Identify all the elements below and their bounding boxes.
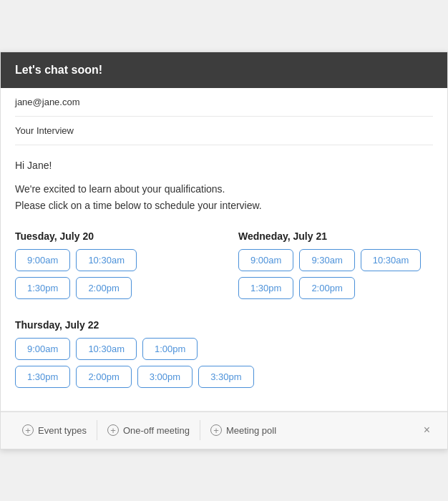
email-container: Let's chat soon! jane@jane.com Your Inte… <box>0 52 448 449</box>
email-subject: Your Interview <box>15 117 433 145</box>
one-off-meeting-plus-icon: + <box>107 424 119 436</box>
time-slot-thu-100[interactable]: 1:00pm <box>142 338 198 360</box>
time-slot-tue-1030[interactable]: 10:30am <box>76 249 137 271</box>
email-header: Let's chat soon! <box>1 52 447 88</box>
date-section-wednesday: Wedneday, July 21 9:00am 9:30am 10:30am … <box>238 230 433 305</box>
footer-bar: + Event types + One-off meeting + Meetin… <box>1 412 447 449</box>
event-types-button[interactable]: + Event types <box>12 412 97 449</box>
time-slot-tue-900[interactable]: 9:00am <box>15 249 70 271</box>
email-greeting: Hi Jane! <box>15 160 433 171</box>
time-slots-wed-row2: 1:30pm 2:00pm <box>238 277 433 299</box>
meeting-poll-plus-icon: + <box>210 424 222 436</box>
time-slot-wed-130[interactable]: 1:30pm <box>238 277 293 299</box>
date-label-wednesday: Wedneday, July 21 <box>238 230 433 242</box>
time-slot-wed-930[interactable]: 9:30am <box>299 249 354 271</box>
event-types-label: Event types <box>38 425 87 436</box>
email-body-text: We're excited to learn about your qualif… <box>15 181 433 213</box>
time-slots-wed-row1: 9:00am 9:30am 10:30am <box>238 249 433 271</box>
time-slot-wed-900[interactable]: 9:00am <box>238 249 293 271</box>
one-off-meeting-button[interactable]: + One-off meeting <box>97 412 200 449</box>
email-header-title: Let's chat soon! <box>15 64 102 76</box>
time-slot-thu-300[interactable]: 3:00pm <box>137 366 193 388</box>
one-off-meeting-label: One-off meeting <box>123 425 190 436</box>
time-slot-tue-130[interactable]: 1:30pm <box>15 277 70 299</box>
email-from: jane@jane.com <box>15 88 433 117</box>
time-slots-tuesday-row1: 9:00am 10:30am <box>15 249 210 271</box>
meeting-poll-label: Meeting poll <box>226 425 276 436</box>
body-line1: We're excited to learn about your qualif… <box>15 183 225 195</box>
date-label-thursday: Thursday, July 22 <box>15 319 433 331</box>
time-slots-tuesday-row2: 1:30pm 2:00pm <box>15 277 210 299</box>
event-types-plus-icon: + <box>22 424 34 436</box>
time-slot-thu-200[interactable]: 2:00pm <box>76 366 131 388</box>
date-section-tuesday: Tuesday, July 20 9:00am 10:30am 1:30pm 2… <box>15 230 210 305</box>
time-slots-thu-row1: 9:00am 10:30am 1:00pm <box>15 338 433 360</box>
close-button[interactable]: × <box>418 421 436 439</box>
time-slot-thu-130[interactable]: 1:30pm <box>15 366 70 388</box>
time-slot-thu-900[interactable]: 9:00am <box>15 338 70 360</box>
time-slot-wed-200[interactable]: 2:00pm <box>299 277 354 299</box>
dates-grid-top: Tuesday, July 20 9:00am 10:30am 1:30pm 2… <box>15 230 433 305</box>
date-section-thursday: Thursday, July 22 9:00am 10:30am 1:00pm … <box>15 319 433 388</box>
time-slot-thu-330[interactable]: 3:30pm <box>198 366 253 388</box>
time-slots-thu-row2: 1:30pm 2:00pm 3:00pm 3:30pm <box>15 366 433 388</box>
date-label-tuesday: Tuesday, July 20 <box>15 230 210 242</box>
email-meta: jane@jane.com Your Interview <box>1 88 447 145</box>
time-slot-thu-1030[interactable]: 10:30am <box>76 338 137 360</box>
close-icon: × <box>424 424 430 437</box>
body-line2: Please click on a time below to schedule… <box>15 200 262 211</box>
time-slot-wed-1030[interactable]: 10:30am <box>361 249 422 271</box>
email-body: Hi Jane! We're excited to learn about yo… <box>1 145 447 411</box>
time-slot-tue-200[interactable]: 2:00pm <box>76 277 131 299</box>
meeting-poll-button[interactable]: + Meeting poll <box>200 412 286 449</box>
